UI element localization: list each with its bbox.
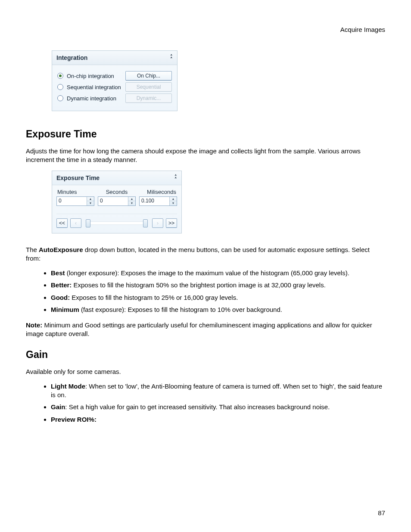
milliseconds-label: Miliseconds bbox=[139, 189, 177, 195]
breadcrumb: Acquire Images bbox=[26, 26, 385, 33]
slider-thumb-left[interactable] bbox=[86, 219, 90, 227]
exposure-first-button[interactable]: << bbox=[56, 218, 68, 228]
autoexposure-note: Note: Minimum and Good settings are part… bbox=[26, 321, 385, 339]
page-number: 87 bbox=[378, 509, 385, 516]
exposure-panel-title[interactable]: Exposure Time ˄˄ bbox=[52, 171, 181, 185]
exposure-prev-button[interactable]: ‹ bbox=[70, 218, 81, 228]
minutes-label: Minutes bbox=[56, 189, 94, 195]
milliseconds-spinner[interactable]: 0.100 ▲ ▼ bbox=[139, 196, 177, 206]
seconds-label: Seconds bbox=[98, 189, 136, 195]
exposure-title-text: Exposure Time bbox=[56, 174, 100, 181]
integration-radio-dynamic[interactable] bbox=[57, 95, 63, 101]
gain-intro: Available only for some cameras. bbox=[26, 367, 385, 376]
exposure-next-button[interactable]: › bbox=[152, 218, 163, 228]
integration-label: Sequential integration bbox=[67, 84, 122, 90]
list-item: Light Mode: When set to 'low', the Anti-… bbox=[51, 382, 385, 400]
gain-list: Light Mode: When set to 'low', the Anti-… bbox=[26, 382, 385, 424]
milliseconds-value[interactable]: 0.100 bbox=[140, 197, 169, 205]
autoexposure-intro: The AutoExposure drop down button, locat… bbox=[26, 246, 385, 263]
integration-label: On-chip integration bbox=[67, 73, 122, 79]
sequential-button: Sequential bbox=[125, 82, 172, 92]
chevron-up-double-icon[interactable]: ˄˄ bbox=[174, 175, 177, 180]
exposure-time-heading: Exposure Time bbox=[26, 128, 385, 140]
gain-heading: Gain bbox=[26, 349, 385, 361]
spinner-up-icon[interactable]: ▲ bbox=[170, 197, 177, 202]
list-item: Preview ROI%: bbox=[51, 415, 385, 424]
exposure-time-description: Adjusts the time for how long the camera… bbox=[26, 147, 385, 165]
minutes-value[interactable]: 0 bbox=[57, 197, 87, 205]
list-item: Better: Exposes to fill the histogram 50… bbox=[51, 281, 385, 289]
exposure-last-button[interactable]: >> bbox=[166, 218, 177, 228]
spinner-down-icon[interactable]: ▼ bbox=[128, 201, 135, 205]
spinner-up-icon[interactable]: ▲ bbox=[87, 197, 94, 202]
spinner-down-icon[interactable]: ▼ bbox=[87, 201, 94, 205]
integration-radio-onchip[interactable] bbox=[57, 73, 63, 79]
spinner-up-icon[interactable]: ▲ bbox=[128, 197, 135, 202]
seconds-spinner[interactable]: 0 ▲ ▼ bbox=[98, 196, 136, 206]
chevron-up-double-icon[interactable]: ˄˄ bbox=[170, 55, 173, 60]
integration-label: Dynamic integration bbox=[67, 95, 122, 102]
list-item: Minimum (fast exposure): Exposes to fill… bbox=[51, 305, 385, 314]
list-item: Good: Exposes to fill the histogram to 2… bbox=[51, 293, 385, 302]
slider-thumb-right[interactable] bbox=[143, 219, 148, 227]
integration-radio-sequential[interactable] bbox=[57, 84, 63, 90]
list-item: Best (longer exposure): Exposes the imag… bbox=[51, 269, 385, 277]
exposure-slider[interactable] bbox=[86, 221, 148, 225]
dynamic-button: Dynamic... bbox=[125, 93, 172, 103]
onchip-button[interactable]: On Chip... bbox=[125, 71, 172, 81]
integration-panel-title[interactable]: Integration ˄˄ bbox=[52, 51, 177, 65]
minutes-spinner[interactable]: 0 ▲ ▼ bbox=[56, 196, 94, 206]
integration-title-text: Integration bbox=[56, 54, 87, 61]
list-item: Gain: Set a high value for gain to get i… bbox=[51, 403, 385, 411]
spinner-down-icon[interactable]: ▼ bbox=[170, 201, 177, 205]
autoexposure-list: Best (longer exposure): Exposes the imag… bbox=[26, 269, 385, 314]
exposure-panel: Exposure Time ˄˄ Minutes 0 ▲ ▼ Seconds bbox=[52, 171, 182, 233]
integration-panel: Integration ˄˄ On-chip integration On Ch… bbox=[52, 50, 177, 111]
seconds-value[interactable]: 0 bbox=[98, 197, 128, 205]
